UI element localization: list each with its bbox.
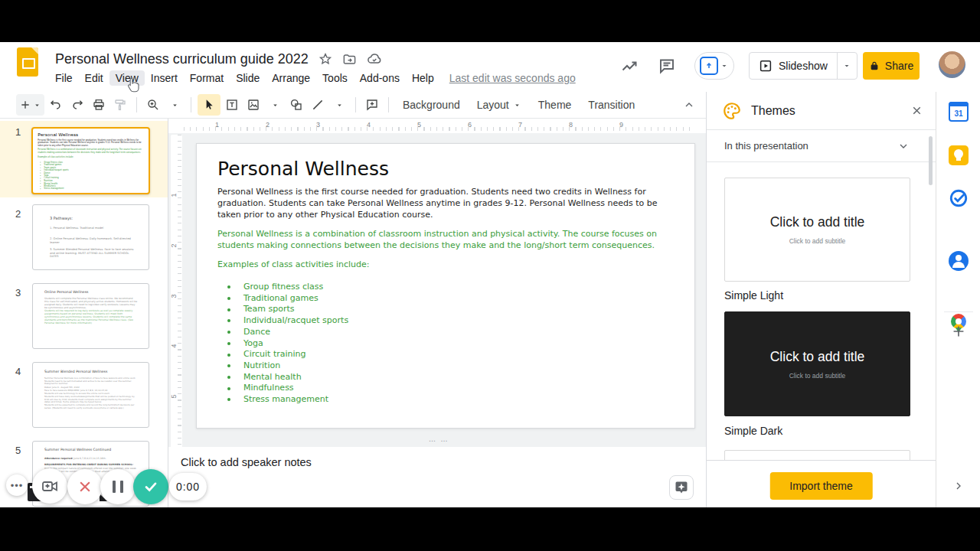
insert-comment-button[interactable] — [362, 94, 382, 116]
present-arrow-up-icon — [700, 57, 718, 75]
lock-icon — [869, 60, 880, 71]
share-button[interactable]: Share — [863, 52, 920, 80]
cloud-status-icon[interactable] — [367, 51, 382, 67]
slideshow-dropdown[interactable] — [837, 53, 857, 79]
undo-button[interactable] — [46, 94, 66, 116]
canvas-area: 1 2 3 4 5 6 7 8 9 1 2 3 4 5 Personal Wel… — [168, 119, 706, 507]
new-slide-button[interactable] — [16, 94, 44, 116]
star-icon[interactable] — [318, 52, 332, 66]
slide-thumbnail-3[interactable]: Online Personal Wellness Students will c… — [32, 283, 149, 349]
cursor-icon — [203, 99, 215, 111]
theme-card-simple-light[interactable]: Click to add title Click to add subtitle — [724, 178, 910, 282]
activity-dashboard-icon[interactable] — [620, 57, 639, 75]
caret-down-icon — [335, 101, 344, 109]
recorder-more-button[interactable]: ••• — [6, 474, 28, 496]
mouse-cursor — [127, 77, 139, 93]
notes-resize-handle[interactable]: ⋯ ⋯ — [429, 437, 449, 445]
caret-down-icon — [842, 61, 851, 70]
speaker-notes-placeholder[interactable]: Click to add speaker notes — [181, 456, 312, 468]
slide-bullet-list[interactable]: Group fitness class Traditional games Te… — [217, 282, 676, 406]
plus-icon — [19, 99, 31, 111]
google-tasks-icon[interactable] — [949, 188, 969, 208]
menu-addons[interactable]: Add-ons — [354, 70, 406, 86]
insert-shape-button[interactable] — [286, 94, 306, 116]
menu-help[interactable]: Help — [406, 70, 440, 86]
menu-file[interactable]: File — [49, 70, 79, 86]
theme-name-simple-light: Simple Light — [724, 289, 783, 302]
menu-edit[interactable]: Edit — [79, 70, 109, 86]
slides-logo-icon[interactable] — [17, 47, 38, 77]
transition-button[interactable]: Transition — [580, 94, 643, 116]
apps-divider — [944, 311, 973, 312]
import-theme-button[interactable]: Import theme — [769, 472, 872, 500]
slide-canvas[interactable]: Personal Wellness Personal Wellness is t… — [196, 143, 695, 429]
zoom-dropdown[interactable] — [165, 94, 185, 116]
text-box-button[interactable] — [222, 94, 242, 116]
insert-image-button[interactable] — [243, 94, 263, 116]
recorder-finish-button[interactable] — [133, 469, 168, 504]
image-dropdown[interactable] — [265, 94, 285, 116]
account-avatar[interactable] — [939, 51, 965, 78]
slide-paragraph-2[interactable]: Personal Wellness is a combination of cl… — [217, 228, 675, 251]
slide-paragraph-3[interactable]: Examples of class activities include: — [217, 259, 675, 270]
recorder-pause-button[interactable] — [100, 469, 136, 504]
menu-arrange[interactable]: Arrange — [266, 70, 316, 86]
chevron-down-icon[interactable] — [897, 140, 910, 152]
caret-down-icon — [513, 101, 521, 109]
filmstrip-panel: 1 Personal Wellness Personal Wellness is… — [0, 119, 168, 507]
comment-history-icon[interactable] — [658, 57, 676, 75]
google-slides-window: Personal Wellness curriculum guide 2022 … — [0, 42, 980, 507]
recorder-camera-button[interactable] — [32, 468, 67, 504]
theme-button[interactable]: Theme — [530, 94, 580, 116]
toolbar-separator — [191, 97, 191, 112]
slide-thumbnail-2[interactable]: 3 Pathways: 1. Personal Wellness: Tradit… — [32, 204, 149, 270]
line-dropdown[interactable] — [329, 94, 349, 116]
menu-tools[interactable]: Tools — [316, 70, 354, 86]
slide-paragraph-1[interactable]: Personal Wellness is the first course ne… — [217, 186, 675, 220]
themes-panel-header: Themes — [707, 92, 936, 130]
move-to-folder-icon[interactable] — [342, 52, 357, 67]
recorder-cancel-button[interactable] — [67, 469, 103, 504]
select-tool-button[interactable] — [198, 94, 220, 116]
google-calendar-icon[interactable]: 31 — [949, 102, 969, 122]
theme-card-simple-dark[interactable]: Click to add title Click to add subtitle — [724, 311, 910, 416]
close-icon[interactable] — [910, 104, 923, 117]
slide-title[interactable]: Personal Wellness — [217, 158, 676, 180]
google-contacts-icon[interactable] — [949, 251, 969, 271]
letterbox-bottom — [0, 507, 980, 551]
redo-button[interactable] — [67, 94, 87, 116]
themes-panel-footer: Import theme — [707, 460, 936, 507]
menu-format[interactable]: Format — [184, 70, 230, 86]
google-keep-icon[interactable] — [949, 145, 969, 165]
zoom-button[interactable] — [143, 94, 163, 116]
slide-number: 1 — [15, 126, 21, 138]
toolbar-separator — [388, 97, 389, 112]
caret-down-icon — [720, 61, 729, 70]
vertical-ruler[interactable] — [171, 135, 182, 464]
horizontal-ruler[interactable]: 1 2 3 4 5 6 7 8 9 — [184, 120, 695, 132]
present-to-meeting-button[interactable] — [694, 52, 734, 80]
panel-scrollbar[interactable] — [929, 136, 933, 185]
insert-line-button[interactable] — [308, 94, 328, 116]
layout-button[interactable]: Layout — [469, 94, 530, 116]
chevron-up-icon — [683, 99, 695, 111]
caret-down-icon — [171, 101, 179, 109]
document-title[interactable]: Personal Wellness curriculum guide 2022 — [55, 51, 309, 67]
slideshow-button[interactable]: Slideshow — [749, 52, 858, 80]
chevron-right-icon[interactable] — [952, 480, 965, 492]
slide-thumbnail-4[interactable]: Summer Blended Personal Wellness Summer … — [32, 362, 149, 428]
print-button[interactable] — [89, 94, 109, 116]
last-edit-status[interactable]: Last edit was seconds ago — [449, 72, 576, 84]
paint-format-button[interactable] — [110, 94, 130, 116]
toolbar-separator — [136, 97, 137, 112]
get-addons-icon[interactable] — [950, 323, 967, 340]
themes-panel-title: Themes — [751, 104, 795, 118]
speaker-notes-area[interactable]: Click to add speaker notes — [168, 447, 706, 507]
slide-thumbnail-1[interactable]: Personal Wellness Personal Wellness is t… — [31, 127, 150, 194]
menu-insert[interactable]: Insert — [145, 70, 184, 86]
hide-menus-button[interactable] — [683, 99, 695, 111]
app-header: Personal Wellness curriculum guide 2022 … — [0, 42, 980, 92]
background-button[interactable]: Background — [394, 94, 469, 116]
menu-slide[interactable]: Slide — [230, 70, 266, 86]
explore-button[interactable] — [669, 475, 694, 500]
